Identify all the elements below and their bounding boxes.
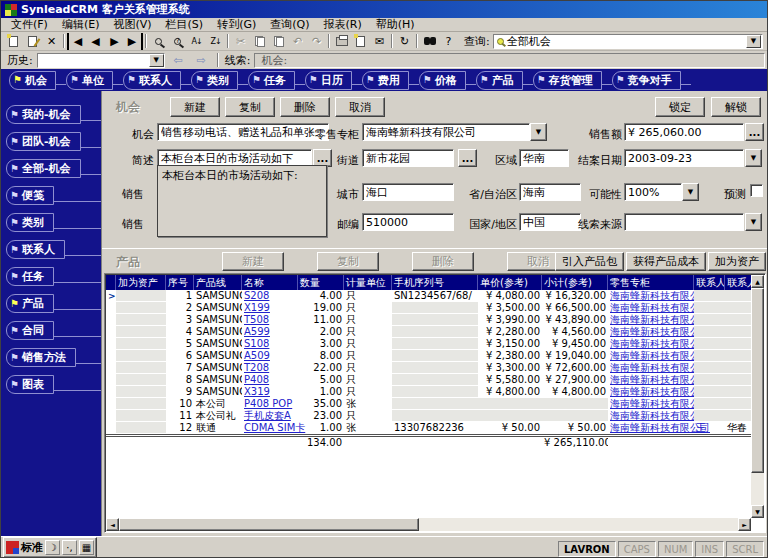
menu-query[interactable]: 查询(Q) bbox=[264, 17, 315, 32]
print-icon[interactable] bbox=[332, 33, 351, 50]
cancel-button[interactable]: 取消 bbox=[335, 97, 385, 117]
name-link[interactable]: A599 bbox=[244, 326, 270, 337]
menu-help[interactable]: 帮助(H) bbox=[370, 17, 421, 32]
sales-amount-input[interactable] bbox=[624, 123, 744, 141]
find-icon[interactable] bbox=[149, 33, 168, 50]
vertical-scrollbar[interactable]: ▲ ▼ bbox=[751, 275, 764, 518]
delete-button[interactable]: 删除 bbox=[280, 97, 330, 117]
tab-products[interactable]: ⚑产品 bbox=[476, 71, 523, 90]
mail-icon[interactable]: ✉ bbox=[370, 33, 389, 50]
column-header-idx[interactable]: 序号 bbox=[166, 275, 194, 290]
refresh-icon[interactable]: ↻ bbox=[395, 33, 414, 50]
table-row[interactable]: 2SAMSUNGX19919.00只¥ 3,500.00¥ 66,500.00海… bbox=[106, 302, 753, 314]
tab-competitors[interactable]: ⚑竞争对手 bbox=[612, 71, 681, 90]
table-row[interactable]: 8SAMSUNGP4085.00只¥ 5,580.00¥ 27,900.00海南… bbox=[106, 374, 753, 386]
edit-record-icon[interactable] bbox=[23, 33, 42, 50]
name-link[interactable]: S108 bbox=[244, 338, 269, 349]
ime-toolbar[interactable]: 标准 ☽ ·, ▦ bbox=[3, 537, 97, 558]
unlock-button[interactable]: 解锁 bbox=[711, 97, 761, 117]
column-header-first[interactable]: 联系人名 bbox=[725, 275, 753, 290]
menu-file[interactable]: 文件(F) bbox=[5, 17, 54, 32]
lead-source-input[interactable] bbox=[624, 213, 744, 231]
chevron-down-icon[interactable]: ▼ bbox=[149, 54, 164, 67]
ime-punctuation-icon[interactable]: ·, bbox=[62, 540, 77, 555]
tab-opportunity[interactable]: ⚑机会 bbox=[9, 71, 56, 90]
preview-icon[interactable] bbox=[168, 33, 187, 50]
zip-input[interactable] bbox=[362, 213, 454, 231]
last-record-icon[interactable]: ▶ bbox=[124, 33, 143, 50]
close-date-dropdown-button[interactable]: ▼ bbox=[745, 149, 762, 167]
table-row[interactable]: 10本公司P408 POP35.00张海南蜂新科技有限公司 bbox=[106, 398, 753, 410]
name-link[interactable]: P408 bbox=[244, 374, 269, 385]
table-row[interactable]: 12联通CDMA SIM卡1.00张13307682236¥ 50.00¥ 50… bbox=[106, 422, 753, 434]
column-header-line[interactable]: 产品线 bbox=[194, 275, 242, 290]
import-product-package-button[interactable]: 引入产品包 bbox=[555, 252, 624, 271]
binoculars-icon[interactable] bbox=[420, 33, 439, 50]
sidebar-item-my-opportunities[interactable]: ⚑我的-机会 bbox=[1, 97, 101, 124]
prev-record-icon[interactable]: ◀ bbox=[86, 33, 105, 50]
add-as-asset-button[interactable]: 加为资产 bbox=[708, 252, 766, 271]
tab-calendar[interactable]: ⚑日历 bbox=[305, 71, 352, 90]
horizontal-scrollbar[interactable]: ◄ ► bbox=[106, 518, 751, 531]
table-row[interactable]: 3SAMSUNGT50811.00只¥ 3,990.00¥ 43,890.00海… bbox=[106, 314, 753, 326]
tab-company[interactable]: ⚑单位 bbox=[66, 71, 113, 90]
tab-tasks[interactable]: ⚑任务 bbox=[248, 71, 295, 90]
sidebar-item-charts[interactable]: ⚑图表 bbox=[1, 367, 101, 394]
name-link[interactable]: T508 bbox=[244, 314, 269, 325]
retail-counter-dropdown-button[interactable]: ▼ bbox=[530, 123, 547, 141]
menu-edit[interactable]: 编辑(E) bbox=[56, 17, 106, 32]
probability-input[interactable] bbox=[624, 183, 682, 201]
name-link[interactable]: CDMA SIM卡 bbox=[244, 422, 305, 433]
ime-mode-label[interactable]: 标准 bbox=[21, 540, 43, 555]
menu-goto[interactable]: 转到(G) bbox=[211, 17, 262, 32]
column-header-subtotal[interactable]: 小计(参考) bbox=[542, 275, 608, 290]
name-link[interactable]: T208 bbox=[244, 362, 269, 373]
retail-counter-input[interactable] bbox=[362, 123, 530, 141]
forecast-checkbox[interactable] bbox=[750, 184, 763, 197]
name-link[interactable]: S208 bbox=[244, 290, 269, 301]
tab-contacts[interactable]: ⚑联系人 bbox=[123, 71, 181, 90]
table-row[interactable]: 6SAMSUNGA5098.00只¥ 2,380.00¥ 19,040.00海南… bbox=[106, 350, 753, 362]
sales-amount-ellipsis-button[interactable]: ... bbox=[745, 123, 764, 141]
sidebar-item-contracts[interactable]: ⚑合同 bbox=[1, 313, 101, 340]
scroll-right-icon[interactable]: ► bbox=[738, 518, 751, 531]
back-button[interactable]: ⇦ bbox=[169, 52, 188, 69]
province-input[interactable] bbox=[519, 183, 581, 201]
sidebar-item-all-opportunities[interactable]: ⚑全部-机会 bbox=[1, 151, 101, 178]
sidebar-item-team-opportunities[interactable]: ⚑团队-机会 bbox=[1, 124, 101, 151]
vertical-scroll-thumb[interactable] bbox=[751, 288, 764, 473]
sidebar-item-tasks[interactable]: ⚑任务 bbox=[1, 259, 101, 286]
history-combobox[interactable]: ▼ bbox=[37, 53, 165, 68]
tab-price[interactable]: ⚑价格 bbox=[419, 71, 466, 90]
tab-category[interactable]: ⚑类别 bbox=[191, 71, 238, 90]
column-header-last[interactable]: 联系人姓 bbox=[694, 275, 725, 290]
column-header-sel[interactable] bbox=[106, 275, 116, 290]
name-link[interactable]: X319 bbox=[244, 386, 270, 397]
lead-source-dropdown-button[interactable]: ▼ bbox=[745, 213, 762, 231]
name-link[interactable]: 手机皮套A bbox=[244, 410, 291, 421]
lock-button[interactable]: 锁定 bbox=[655, 97, 705, 117]
new-record-icon[interactable] bbox=[4, 33, 23, 50]
column-header-price[interactable]: 单价(参考) bbox=[478, 275, 542, 290]
ime-keyboard-icon[interactable]: ▦ bbox=[79, 540, 94, 555]
scroll-left-icon[interactable]: ◄ bbox=[106, 518, 119, 531]
table-row[interactable]: 4SAMSUNGA5992.00只¥ 2,280.00¥ 4,560.00海南蜂… bbox=[106, 326, 753, 338]
menu-columns[interactable]: 栏目(S) bbox=[160, 17, 210, 32]
menu-report[interactable]: 报表(R) bbox=[318, 17, 368, 32]
next-record-icon[interactable]: ▶ bbox=[105, 33, 124, 50]
region-input[interactable] bbox=[519, 149, 569, 167]
ime-fullwidth-icon[interactable]: ☽ bbox=[45, 540, 60, 555]
tab-expense[interactable]: ⚑费用 bbox=[362, 71, 409, 90]
table-row[interactable]: 9SAMSUNGX3191.00只¥ 4,800.00¥ 4,800.00海南蜂… bbox=[106, 386, 753, 398]
delete-record-icon[interactable]: ✕ bbox=[42, 33, 61, 50]
first-record-icon[interactable]: ◀ bbox=[67, 33, 86, 50]
column-header-unit[interactable]: 计量单位 bbox=[344, 275, 392, 290]
forward-button[interactable]: ⇨ bbox=[192, 52, 211, 69]
city-input[interactable] bbox=[362, 183, 454, 201]
sidebar-item-notes[interactable]: ⚑便笺 bbox=[1, 178, 101, 205]
table-row[interactable]: 11本公司礼手机皮套A23.00只海南蜂新科技有限公司 bbox=[106, 410, 753, 422]
column-header-asset[interactable]: 加为资产 bbox=[116, 275, 166, 290]
get-product-cost-button[interactable]: 获得产品成本 bbox=[626, 252, 706, 271]
query-combobox[interactable]: 全部机会 ▼ bbox=[493, 34, 763, 49]
sort-descending-icon[interactable]: Z↓ bbox=[206, 33, 225, 50]
